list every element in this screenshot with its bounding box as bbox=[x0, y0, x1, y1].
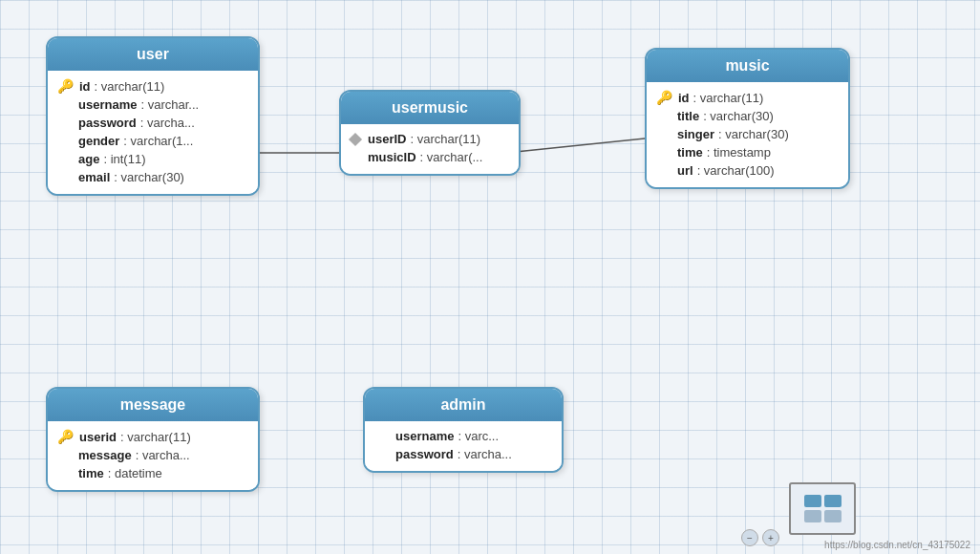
mini-block-4 bbox=[824, 510, 842, 522]
entity-user-header: user bbox=[48, 38, 258, 71]
entity-admin-header: admin bbox=[365, 389, 562, 421]
mini-panel-grid bbox=[804, 495, 842, 522]
entity-music: music 🔑 id : varchar(11) title : varchar… bbox=[645, 48, 850, 189]
field-musicid: musicID : varchar(... bbox=[351, 148, 509, 166]
entity-message-header: message bbox=[48, 389, 258, 421]
mini-block-1 bbox=[804, 495, 821, 507]
field-email: email : varchar(30) bbox=[57, 168, 248, 186]
mini-panel[interactable] bbox=[789, 482, 856, 535]
field-username: username : varchar... bbox=[57, 96, 248, 114]
nav-dot-prev[interactable]: − bbox=[741, 529, 758, 546]
field-message-text: message : varcha... bbox=[57, 446, 248, 464]
entity-music-header: music bbox=[647, 50, 848, 82]
field-userid-msg: 🔑 userid : varchar(11) bbox=[57, 427, 248, 446]
field-admin-username: username : varc... bbox=[374, 427, 552, 445]
field-singer: singer : varchar(30) bbox=[656, 125, 839, 143]
field-time-msg: time : datetime bbox=[57, 464, 248, 482]
entity-admin-body: username : varc... password : varcha... bbox=[365, 421, 562, 471]
entity-admin: admin username : varc... password : varc… bbox=[363, 387, 564, 473]
mini-block-2 bbox=[824, 495, 842, 507]
field-music-id: 🔑 id : varchar(11) bbox=[656, 88, 839, 107]
key-icon: 🔑 bbox=[57, 78, 74, 94]
entity-usermusic: usermusic userID : varchar(11) musicID :… bbox=[339, 90, 521, 176]
field-gender: gender : varchar(1... bbox=[57, 132, 248, 150]
field-age: age : int(11) bbox=[57, 150, 248, 168]
entity-message-body: 🔑 userid : varchar(11) message : varcha.… bbox=[48, 421, 258, 490]
entity-music-body: 🔑 id : varchar(11) title : varchar(30) s… bbox=[647, 82, 848, 187]
mini-block-3 bbox=[804, 510, 821, 522]
key-icon-message: 🔑 bbox=[57, 429, 74, 444]
field-password: password : varcha... bbox=[57, 114, 248, 132]
canvas: user 🔑 id : varchar(11) username : varch… bbox=[0, 0, 980, 554]
field-title: title : varchar(30) bbox=[656, 107, 839, 125]
key-icon-music: 🔑 bbox=[656, 90, 672, 105]
svg-line-1 bbox=[506, 138, 645, 153]
field-admin-password: password : varcha... bbox=[374, 445, 552, 463]
entity-usermusic-body: userID : varchar(11) musicID : varchar(.… bbox=[341, 124, 519, 174]
field-url: url : varchar(100) bbox=[656, 161, 839, 180]
entity-usermusic-header: usermusic bbox=[341, 92, 519, 124]
diamond-icon bbox=[349, 132, 362, 145]
entity-message: message 🔑 userid : varchar(11) message :… bbox=[46, 387, 260, 492]
url-watermark: https://blog.csdn.net/cn_43175022 bbox=[824, 540, 970, 550]
entity-user-body: 🔑 id : varchar(11) username : varchar...… bbox=[48, 71, 258, 194]
nav-dot-next[interactable]: + bbox=[762, 529, 779, 546]
nav-dots: − + bbox=[741, 529, 779, 546]
field-userid: userID : varchar(11) bbox=[351, 130, 509, 148]
entity-user: user 🔑 id : varchar(11) username : varch… bbox=[46, 36, 260, 196]
field-id: 🔑 id : varchar(11) bbox=[57, 76, 248, 96]
field-time: time : timestamp bbox=[656, 143, 839, 161]
